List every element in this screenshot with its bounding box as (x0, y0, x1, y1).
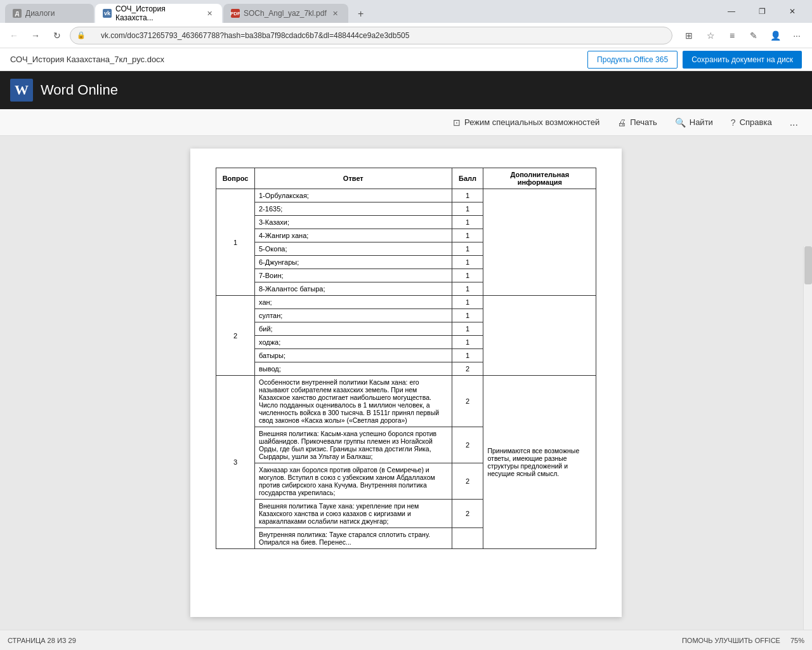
score-1-1: 1 (452, 189, 483, 202)
tab-favicon-dialogi: Д (13, 9, 22, 18)
word-logo-letter: W (15, 82, 29, 98)
answer-1-7: 7-Воин; (255, 269, 452, 282)
address-bar: ← → ↻ 🔒 vk.com/doc371265793_463667788?ha… (0, 23, 812, 48)
word-toolbar: ⊡ Режим специальных возможностей 🖨 Печат… (0, 109, 812, 136)
answer-1-4: 4-Жангир хана; (255, 229, 452, 242)
answer-1-2: 2-1635; (255, 202, 452, 216)
browser-tabs: Д Диалоги vk СОЧ_История Казахста... ✕ P… (5, 0, 370, 23)
header-score: Балл (452, 168, 483, 189)
table-row: 1 1-Орбулакская; 1 (216, 189, 596, 202)
question-3: 3 (216, 376, 255, 549)
tab-close-soc-history[interactable]: ✕ (205, 8, 214, 18)
edit-icon[interactable]: ✎ (743, 25, 764, 46)
word-topbar: СОЧ_История Казахстана_7кл_рус.docx Прод… (0, 48, 812, 71)
close-button[interactable]: ✕ (778, 2, 807, 21)
help-button[interactable]: ? Справка (727, 115, 776, 130)
tab-soc-history[interactable]: vk СОЧ_История Казахста... ✕ (95, 4, 222, 23)
profile-icon[interactable]: 👤 (765, 25, 785, 46)
address-text: vk.com/doc371265793_463667788?hash=ba38b… (91, 31, 409, 40)
scrollbar-thumb[interactable] (804, 246, 812, 284)
extra-1 (483, 189, 596, 296)
extra-2 (483, 296, 596, 376)
status-right: ПОМОЧЬ УЛУЧШИТЬ OFFICE 75% (682, 637, 804, 644)
score-3-1: 2 (452, 376, 483, 427)
print-label: Печать (630, 117, 657, 127)
print-icon: 🖨 (617, 117, 626, 128)
accessibility-label: Режим специальных возможностей (464, 117, 599, 127)
window-controls: — ❐ ✕ (717, 2, 807, 21)
score-1-7: 1 (452, 269, 483, 282)
answer-3-5: Внутренняя политика: Тауке старался спло… (255, 528, 452, 549)
answer-2-4: ходжа; (255, 336, 452, 349)
answer-2-3: бий; (255, 322, 452, 336)
refresh-button[interactable]: ↻ (48, 27, 66, 44)
favorites-icon[interactable]: ☆ (700, 25, 721, 46)
score-1-2: 1 (452, 202, 483, 216)
score-2-5: 1 (452, 349, 483, 362)
tab-label-soch-angl: SOCh_Angl_yaz_7kl.pdf (244, 9, 327, 18)
answer-1-1: 1-Орбулакская; (255, 189, 452, 202)
answer-1-8: 8-Жалантос батыра; (255, 282, 452, 296)
lock-icon: 🔒 (77, 31, 86, 39)
settings-icon[interactable]: ≡ (722, 25, 742, 46)
question-1: 1 (216, 189, 255, 296)
answer-2-6: вывод; (255, 362, 452, 376)
minimize-button[interactable]: — (717, 2, 746, 21)
scrollbar-track[interactable] (803, 246, 812, 650)
question-2: 2 (216, 296, 255, 376)
word-header: W Word Online (0, 71, 812, 109)
table-row: 3 Особенности внутренней политики Касым … (216, 376, 596, 427)
help-icon: ? (731, 117, 736, 128)
tab-soch-angl[interactable]: PDF SOCh_Angl_yaz_7kl.pdf ✕ (223, 4, 348, 23)
address-input[interactable]: 🔒 vk.com/doc371265793_463667788?hash=ba3… (70, 27, 672, 44)
maximize-button[interactable]: ❐ (747, 2, 776, 21)
office-products-button[interactable]: Продукты Office 365 (587, 51, 678, 69)
score-3-3: 2 (452, 463, 483, 500)
score-1-6: 1 (452, 256, 483, 269)
answer-1-3: 3-Казахи; (255, 216, 452, 229)
answer-2-1: хан; (255, 296, 452, 309)
more-icon[interactable]: ··· (787, 25, 807, 46)
score-1-3: 1 (452, 216, 483, 229)
score-2-1: 1 (452, 296, 483, 309)
document-area: Вопрос Ответ Балл Дополнительная информа… (0, 136, 812, 630)
score-2-4: 1 (452, 336, 483, 349)
browser-titlebar: Д Диалоги vk СОЧ_История Казахста... ✕ P… (0, 0, 812, 23)
answer-1-6: 6-Джунгары; (255, 256, 452, 269)
score-2-3: 1 (452, 322, 483, 336)
improve-office-text: ПОМОЧЬ УЛУЧШИТЬ OFFICE (682, 637, 780, 644)
answer-3-2: Внешняя политика: Касым-хана успешно бор… (255, 427, 452, 463)
tab-close-soch-angl[interactable]: ✕ (331, 8, 341, 18)
word-online-title: Word Online (41, 82, 118, 98)
tab-dialogi[interactable]: Д Диалоги (5, 4, 94, 23)
status-bar: СТРАНИЦА 28 ИЗ 29 ПОМОЧЬ УЛУЧШИТЬ OFFICE… (0, 630, 812, 650)
score-1-4: 1 (452, 229, 483, 242)
accessibility-icon: ⊡ (453, 117, 461, 128)
answer-table: Вопрос Ответ Балл Дополнительная информа… (216, 168, 596, 549)
help-label: Справка (740, 117, 772, 127)
table-row: 2 хан; 1 (216, 296, 596, 309)
forward-button[interactable]: → (27, 27, 44, 44)
answer-3-4: Внешняя политика Тауке хана: укрепление … (255, 500, 452, 528)
print-button[interactable]: 🖨 Печать (613, 115, 661, 130)
find-label: Найти (690, 117, 713, 127)
header-answer: Ответ (255, 168, 452, 189)
zoom-level: 75% (790, 637, 804, 644)
find-button[interactable]: 🔍 Найти (671, 115, 717, 130)
answer-1-5: 5-Окопа; (255, 242, 452, 256)
toolbar-more-button[interactable]: ... (786, 114, 802, 131)
tab-favicon-vk: vk (103, 9, 112, 18)
answer-3-3: Хакназар хан боролся против ойратов (в С… (255, 463, 452, 500)
accessibility-mode-button[interactable]: ⊡ Режим специальных возможностей (449, 115, 603, 130)
reader-view-icon[interactable]: ⊞ (679, 25, 699, 46)
save-to-disk-button[interactable]: Сохранить документ на диск (683, 51, 802, 69)
search-icon: 🔍 (675, 117, 686, 128)
document-page: Вопрос Ответ Балл Дополнительная информа… (190, 149, 622, 617)
back-button[interactable]: ← (5, 27, 23, 44)
answer-2-5: батыры; (255, 349, 452, 362)
score-2-6: 2 (452, 362, 483, 376)
new-tab-button[interactable]: + (352, 5, 370, 23)
tab-label-soc-history: СОЧ_История Казахста... (115, 4, 201, 22)
topbar-buttons: Продукты Office 365 Сохранить документ н… (587, 51, 802, 69)
doc-title: СОЧ_История Казахстана_7кл_рус.docx (10, 55, 164, 64)
